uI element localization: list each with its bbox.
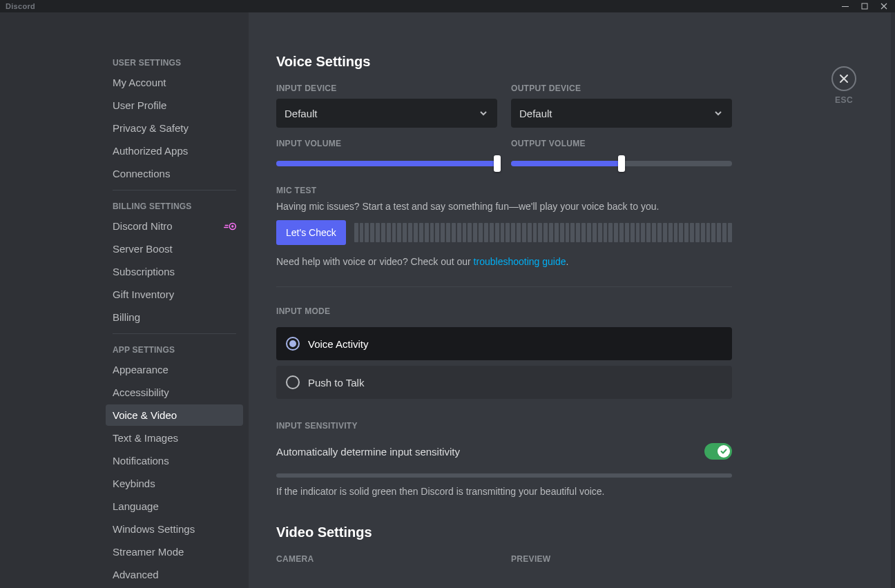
sidebar-item-text-images[interactable]: Text & Images bbox=[106, 427, 243, 449]
sidebar-item-notifications[interactable]: Notifications bbox=[106, 450, 243, 471]
nitro-icon bbox=[224, 222, 236, 231]
sidebar-item-appearance[interactable]: Appearance bbox=[106, 359, 243, 380]
preview-label: PREVIEW bbox=[511, 554, 732, 564]
mic-test-desc: Having mic issues? Start a test and say … bbox=[276, 201, 732, 212]
input-mode-label: INPUT MODE bbox=[276, 306, 732, 316]
help-text: Need help with voice or video? Check out… bbox=[276, 256, 732, 267]
output-device-label: OUTPUT DEVICE bbox=[511, 84, 732, 93]
svg-rect-1 bbox=[862, 3, 867, 9]
auto-sensitivity-toggle[interactable] bbox=[704, 443, 732, 460]
sidebar-item-billing[interactable]: Billing bbox=[106, 306, 243, 328]
toggle-knob bbox=[718, 445, 730, 458]
sidebar-item-gift-inventory[interactable]: Gift Inventory bbox=[106, 284, 243, 305]
input-volume-slider[interactable] bbox=[276, 161, 497, 166]
radio-label: Voice Activity bbox=[308, 338, 369, 350]
output-device-value: Default bbox=[519, 108, 552, 119]
sidebar-section-app: APP SETTINGS bbox=[106, 341, 243, 359]
radio-icon bbox=[286, 375, 300, 389]
close-window-button[interactable] bbox=[874, 0, 894, 12]
sensitivity-note: If the indicator is solid green then Dis… bbox=[276, 486, 732, 497]
input-sensitivity-label: INPUT SENSITIVITY bbox=[276, 421, 732, 431]
close-settings: ESC bbox=[831, 66, 856, 105]
close-button[interactable] bbox=[831, 66, 856, 91]
input-device-value: Default bbox=[285, 108, 318, 119]
sidebar-item-subscriptions[interactable]: Subscriptions bbox=[106, 261, 243, 282]
slider-thumb[interactable] bbox=[618, 155, 625, 172]
settings-sidebar: USER SETTINGS My Account User Profile Pr… bbox=[106, 12, 249, 588]
output-device-select[interactable]: Default bbox=[511, 99, 732, 128]
troubleshooting-link[interactable]: troubleshooting guide bbox=[474, 256, 566, 267]
app-title: Discord bbox=[6, 2, 35, 10]
output-volume-label: OUTPUT VOLUME bbox=[511, 139, 732, 148]
slider-thumb[interactable] bbox=[494, 155, 501, 172]
svg-point-3 bbox=[231, 225, 233, 227]
input-volume-label: INPUT VOLUME bbox=[276, 139, 497, 148]
input-mode-push-to-talk[interactable]: Push to Talk bbox=[276, 366, 732, 399]
window-controls bbox=[836, 0, 894, 12]
divider bbox=[113, 190, 236, 190]
sidebar-item-streamer-mode[interactable]: Streamer Mode bbox=[106, 541, 243, 562]
scrollbar[interactable] bbox=[891, 12, 895, 588]
sidebar-item-keybinds[interactable]: Keybinds bbox=[106, 473, 243, 494]
sidebar-item-accessibility[interactable]: Accessibility bbox=[106, 382, 243, 403]
chevron-down-icon bbox=[713, 108, 724, 119]
divider bbox=[276, 286, 732, 287]
auto-sensitivity-label: Automatically determine input sensitivit… bbox=[276, 446, 460, 458]
sidebar-item-windows-settings[interactable]: Windows Settings bbox=[106, 518, 243, 540]
input-mode-voice-activity[interactable]: Voice Activity bbox=[276, 327, 732, 360]
sidebar-item-voice-video[interactable]: Voice & Video bbox=[106, 404, 243, 426]
mic-test-label: MIC TEST bbox=[276, 186, 732, 195]
input-device-label: INPUT DEVICE bbox=[276, 84, 497, 93]
sidebar-section-billing: BILLING SETTINGS bbox=[106, 197, 243, 215]
settings-content: ESC Voice Settings INPUT DEVICE Default … bbox=[249, 12, 891, 588]
camera-label: CAMERA bbox=[276, 554, 497, 564]
output-volume-slider[interactable] bbox=[511, 161, 732, 166]
sensitivity-bar bbox=[276, 473, 732, 478]
sidebar-item-discord-nitro[interactable]: Discord Nitro bbox=[106, 215, 243, 237]
sidebar-item-my-account[interactable]: My Account bbox=[106, 72, 243, 93]
mic-test-button[interactable]: Let's Check bbox=[276, 220, 346, 245]
sidebar-item-connections[interactable]: Connections bbox=[106, 163, 243, 184]
mic-meter bbox=[354, 223, 732, 242]
chevron-down-icon bbox=[478, 108, 489, 119]
minimize-button[interactable] bbox=[836, 0, 855, 12]
page-title-voice: Voice Settings bbox=[276, 54, 732, 70]
sidebar-item-privacy-safety[interactable]: Privacy & Safety bbox=[106, 117, 243, 139]
sidebar-item-language[interactable]: Language bbox=[106, 496, 243, 517]
divider bbox=[113, 333, 236, 334]
svg-rect-0 bbox=[842, 6, 849, 7]
sidebar-item-advanced[interactable]: Advanced bbox=[106, 564, 243, 585]
page-title-video: Video Settings bbox=[276, 525, 732, 540]
sidebar-item-server-boost[interactable]: Server Boost bbox=[106, 238, 243, 259]
sidebar-item-user-profile[interactable]: User Profile bbox=[106, 95, 243, 116]
radio-label: Push to Talk bbox=[308, 377, 364, 389]
sidebar-section-user: USER SETTINGS bbox=[106, 54, 243, 72]
titlebar: Discord bbox=[0, 0, 895, 12]
sidebar-item-authorized-apps[interactable]: Authorized Apps bbox=[106, 140, 243, 161]
left-gutter bbox=[0, 12, 106, 588]
input-device-select[interactable]: Default bbox=[276, 99, 497, 128]
maximize-button[interactable] bbox=[855, 0, 874, 12]
close-label: ESC bbox=[831, 95, 856, 105]
radio-icon bbox=[286, 337, 300, 351]
